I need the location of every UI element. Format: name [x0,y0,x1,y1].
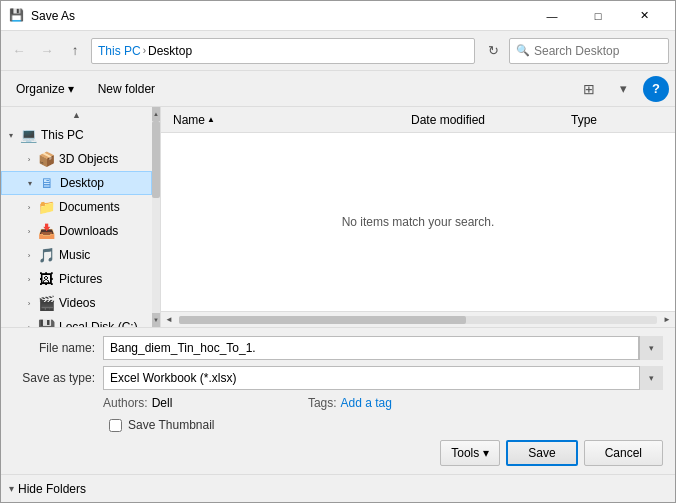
savetype-select[interactable]: Excel Workbook (*.xlsx) [103,366,663,390]
expand-videos: › [21,295,37,311]
forward-icon: → [40,43,53,58]
refresh-icon: ↻ [488,43,499,58]
main-content: ▲ ▾ 💻 This PC › 📦 3D Objects ▾ 🖥 [1,107,675,327]
cancel-label: Cancel [605,446,642,460]
nav-item-documents[interactable]: › 📁 Documents [1,195,152,219]
thumbnail-row: Save Thumbnail [13,414,663,436]
h-scroll-right[interactable]: ► [659,312,675,328]
nav-item-desktop[interactable]: ▾ 🖥 Desktop [1,171,152,195]
filename-input[interactable] [103,336,639,360]
search-box[interactable]: 🔍 [509,38,669,64]
add-tag-link[interactable]: Add a tag [341,396,392,410]
back-button[interactable]: ← [7,39,31,63]
save-button[interactable]: Save [506,440,577,466]
tools-button[interactable]: Tools ▾ [440,440,500,466]
filename-wrapper: ▾ [103,336,663,360]
nav-item-3d-objects[interactable]: › 📦 3D Objects [1,147,152,171]
filename-dropdown-arrow[interactable]: ▾ [639,336,663,360]
nav-scrollbar[interactable]: ▲ ▼ [152,107,160,327]
back-icon: ← [12,43,25,58]
nav-scrollbar-thumb [152,121,160,198]
h-scroll-area: ◄ ► [161,311,675,327]
refresh-button[interactable]: ↻ [481,39,505,63]
music-label: Music [59,248,90,262]
filename-row: File name: ▾ [13,336,663,360]
breadcrumb-sep: › [143,45,146,56]
savetype-wrapper[interactable]: Excel Workbook (*.xlsx) ▾ [103,366,663,390]
thumbnail-checkbox-wrapper: Save Thumbnail [109,418,215,432]
new-folder-label: New folder [98,82,155,96]
pics-label: Pictures [59,272,102,286]
expand-disk: › [21,319,37,327]
search-input[interactable] [534,44,662,58]
downloads-label: Downloads [59,224,118,238]
nav-scroll-up[interactable]: ▲ [1,107,152,123]
nav-scrollbar-track [152,121,160,313]
breadcrumb: This PC › Desktop [98,44,192,58]
col-name[interactable]: Name ▲ [169,107,407,132]
pics-icon: 🖼 [37,270,55,288]
empty-message: No items match your search. [342,215,495,229]
file-area: Name ▲ Date modified Type No items match… [161,107,675,327]
view-arrow-button[interactable]: ▾ [609,76,637,102]
docs-label: Documents [59,200,120,214]
nav-item-this-pc[interactable]: ▾ 💻 This PC [1,123,152,147]
h-scroll-track[interactable] [179,316,657,324]
organize-button[interactable]: Organize ▾ [7,76,83,102]
hide-folders-icon: ▾ [9,483,14,494]
expand-this-pc: ▾ [3,127,19,143]
up-button[interactable]: ↑ [63,39,87,63]
nav-pane: ▲ ▾ 💻 This PC › 📦 3D Objects ▾ 🖥 [1,107,161,327]
breadcrumb-current: Desktop [148,44,192,58]
tools-arrow: ▾ [483,446,489,460]
new-folder-button[interactable]: New folder [89,76,164,102]
action-row: Tools ▾ Save Cancel [13,436,663,466]
thumbnail-checkbox[interactable] [109,419,122,432]
organize-arrow: ▾ [68,82,74,96]
authors-label: Authors: [103,396,148,410]
nav-item-music[interactable]: › 🎵 Music [1,243,152,267]
window-controls: — □ ✕ [529,1,667,31]
file-list: No items match your search. [161,133,675,311]
view-button[interactable]: ⊞ [575,76,603,102]
view-icon: ⊞ [583,81,595,97]
col-date[interactable]: Date modified [407,107,567,132]
3d-label: 3D Objects [59,152,118,166]
videos-label: Videos [59,296,95,310]
nav-scrollbar-down[interactable]: ▼ [152,313,160,327]
maximize-button[interactable]: □ [575,1,621,31]
3d-icon: 📦 [37,150,55,168]
desktop-label: Desktop [60,176,104,190]
breadcrumb-root[interactable]: This PC [98,44,141,58]
tags-label: Tags: [308,396,337,410]
nav-item-downloads[interactable]: › 📥 Downloads [1,219,152,243]
cancel-button[interactable]: Cancel [584,440,663,466]
expand-downloads: › [21,223,37,239]
up-icon: ↑ [72,43,79,58]
nav-item-pictures[interactable]: › 🖼 Pictures [1,267,152,291]
nav-item-videos[interactable]: › 🎬 Videos [1,291,152,315]
file-header: Name ▲ Date modified Type [161,107,675,133]
tools-label: Tools [451,446,479,460]
dialog-icon: 💾 [9,8,25,24]
savetype-row: Save as type: Excel Workbook (*.xlsx) ▾ [13,366,663,390]
nav-tree: ▲ ▾ 💻 This PC › 📦 3D Objects ▾ 🖥 [1,107,152,327]
forward-button[interactable]: → [35,39,59,63]
nav-scrollbar-up[interactable]: ▲ [152,107,160,121]
address-box[interactable]: This PC › Desktop [91,38,475,64]
savetype-label: Save as type: [13,371,103,385]
close-button[interactable]: ✕ [621,1,667,31]
dialog-title: Save As [31,9,529,23]
search-icon: 🔍 [516,44,530,57]
minimize-button[interactable]: — [529,1,575,31]
col-type[interactable]: Type [567,107,667,132]
disk-label: Local Disk (C:) [59,320,138,327]
meta-row: Authors: Dell Tags: Add a tag [13,396,663,414]
hide-folders-bar[interactable]: ▾ Hide Folders [1,474,675,502]
expand-3d: › [21,151,37,167]
h-scroll-left[interactable]: ◄ [161,312,177,328]
nav-item-local-disk[interactable]: › 💾 Local Disk (C:) [1,315,152,327]
videos-icon: 🎬 [37,294,55,312]
help-button[interactable]: ? [643,76,669,102]
thumbnail-label: Save Thumbnail [128,418,215,432]
